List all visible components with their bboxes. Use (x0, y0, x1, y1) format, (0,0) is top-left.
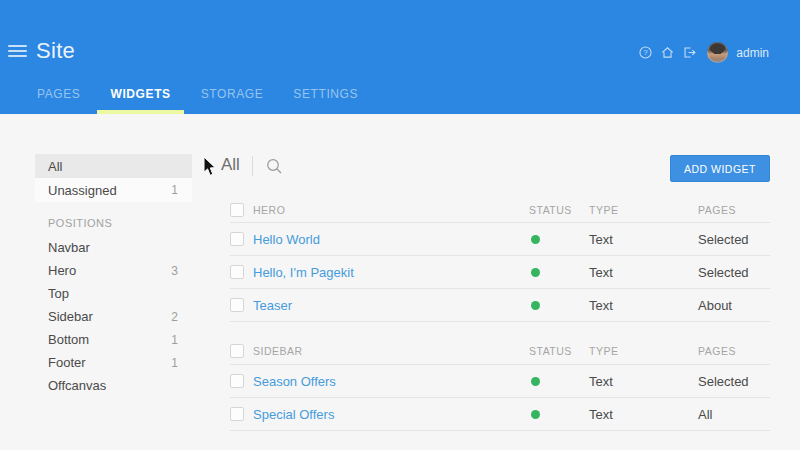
search-icon[interactable] (266, 158, 283, 175)
mouse-cursor (203, 156, 217, 177)
tab-storage[interactable]: STORAGE (201, 87, 264, 114)
table-hero: HERO STATUS TYPE PAGES Hello World Text … (230, 198, 770, 322)
sidebar-item-count: 1 (171, 356, 178, 370)
type-cell: Text (589, 265, 698, 280)
sidebar-item-label: Sidebar (48, 309, 93, 324)
status-enabled-dot[interactable] (531, 301, 540, 310)
sidebar-item-label: Unassigned (48, 183, 117, 198)
table-header-row: HERO STATUS TYPE PAGES (230, 198, 770, 223)
page-title: Site (36, 38, 75, 64)
main-tabs: PAGES WIDGETS STORAGE SETTINGS (37, 87, 358, 114)
row-checkbox[interactable] (230, 232, 244, 246)
sidebar-item-top[interactable]: Top (35, 282, 192, 305)
widget-link[interactable]: Season Offers (253, 374, 529, 389)
status-cell (529, 372, 589, 390)
table-row: Special Offers Text All (230, 398, 770, 431)
widget-list-panel: All ADD WIDGET HERO STATUS TYPE PAGES He… (230, 155, 770, 185)
sidebar-item-label: Top (48, 286, 69, 301)
tab-settings[interactable]: SETTINGS (293, 87, 358, 114)
status-enabled-dot[interactable] (531, 268, 540, 277)
username-label: admin (736, 46, 769, 60)
sidebar-item-all[interactable]: All (35, 154, 192, 178)
pages-column-header: PAGES (698, 204, 770, 216)
row-checkbox[interactable] (230, 407, 244, 421)
help-icon[interactable]: ? (639, 46, 652, 59)
status-column-header: STATUS (529, 345, 589, 357)
position-filter-dropdown[interactable]: All (221, 155, 240, 175)
sidebar-item-label: Hero (48, 263, 76, 278)
sidebar-item-count: 1 (171, 183, 178, 197)
type-column-header: TYPE (589, 345, 698, 357)
table-sidebar: SIDEBAR STATUS TYPE PAGES Season Offers … (230, 337, 770, 431)
sidebar-item-count: 3 (171, 264, 178, 278)
tab-pages[interactable]: PAGES (37, 87, 80, 114)
app-header: Site ? admin PAGES WIDGETS STORAGE SETTI… (0, 0, 800, 114)
menu-icon[interactable] (8, 45, 27, 58)
pages-cell: Selected (698, 374, 770, 389)
home-icon[interactable] (661, 46, 674, 59)
type-cell: Text (589, 232, 698, 247)
header-actions: ? admin (630, 42, 769, 63)
widget-link[interactable]: Hello, I'm Pagekit (253, 265, 529, 280)
row-checkbox[interactable] (230, 265, 244, 279)
row-checkbox[interactable] (230, 298, 244, 312)
sidebar-item-bottom[interactable]: Bottom 1 (35, 328, 192, 351)
sidebar-item-hero[interactable]: Hero 3 (35, 259, 192, 282)
pages-cell: About (698, 298, 770, 313)
type-column-header: TYPE (589, 204, 698, 216)
pages-column-header: PAGES (698, 345, 770, 357)
row-checkbox[interactable] (230, 374, 244, 388)
pages-cell: Selected (698, 232, 770, 247)
table-header-row: SIDEBAR STATUS TYPE PAGES (230, 337, 770, 365)
tab-widgets[interactable]: WIDGETS (110, 87, 170, 114)
sidebar-item-label: All (48, 159, 62, 174)
toolbar-divider (252, 156, 253, 176)
table-row: Hello, I'm Pagekit Text Selected (230, 256, 770, 289)
status-enabled-dot[interactable] (531, 377, 540, 386)
widget-link[interactable]: Teaser (253, 298, 529, 313)
sidebar-item-navbar[interactable]: Navbar (35, 236, 192, 259)
table-row: Teaser Text About (230, 289, 770, 322)
position-sidebar: All Unassigned 1 POSITIONS Navbar Hero 3… (35, 154, 192, 397)
list-toolbar: All ADD WIDGET (230, 155, 770, 185)
widget-link[interactable]: Hello World (253, 232, 529, 247)
sidebar-item-offcanvas[interactable]: Offcanvas (35, 374, 192, 397)
table-row: Season Offers Text Selected (230, 365, 770, 398)
svg-text:?: ? (644, 48, 649, 57)
status-enabled-dot[interactable] (531, 410, 540, 419)
sidebar-item-label: Navbar (48, 240, 90, 255)
sidebar-item-label: Offcanvas (48, 378, 106, 393)
type-cell: Text (589, 374, 698, 389)
status-cell (529, 263, 589, 281)
pages-cell: All (698, 407, 770, 422)
pages-cell: Selected (698, 265, 770, 280)
select-all-checkbox[interactable] (230, 203, 244, 217)
positions-heading: POSITIONS (35, 217, 192, 229)
sidebar-item-count: 1 (171, 333, 178, 347)
sidebar-item-unassigned[interactable]: Unassigned 1 (35, 178, 192, 202)
logout-icon[interactable] (683, 46, 696, 59)
status-cell (529, 405, 589, 423)
select-all-checkbox[interactable] (230, 344, 244, 358)
group-column-header: HERO (253, 204, 529, 216)
user-avatar[interactable] (707, 42, 728, 63)
sidebar-item-count: 2 (171, 310, 178, 324)
sidebar-item-sidebar[interactable]: Sidebar 2 (35, 305, 192, 328)
add-widget-button[interactable]: ADD WIDGET (670, 155, 770, 182)
sidebar-item-label: Bottom (48, 332, 89, 347)
widget-link[interactable]: Special Offers (253, 407, 529, 422)
group-column-header: SIDEBAR (253, 345, 529, 357)
status-cell (529, 296, 589, 314)
status-column-header: STATUS (529, 204, 589, 216)
page: Site ? admin PAGES WIDGETS STORAGE SETTI… (0, 0, 800, 450)
status-cell (529, 230, 589, 248)
sidebar-item-label: Footer (48, 355, 86, 370)
sidebar-item-footer[interactable]: Footer 1 (35, 351, 192, 374)
table-row: Hello World Text Selected (230, 223, 770, 256)
type-cell: Text (589, 298, 698, 313)
status-enabled-dot[interactable] (531, 235, 540, 244)
type-cell: Text (589, 407, 698, 422)
